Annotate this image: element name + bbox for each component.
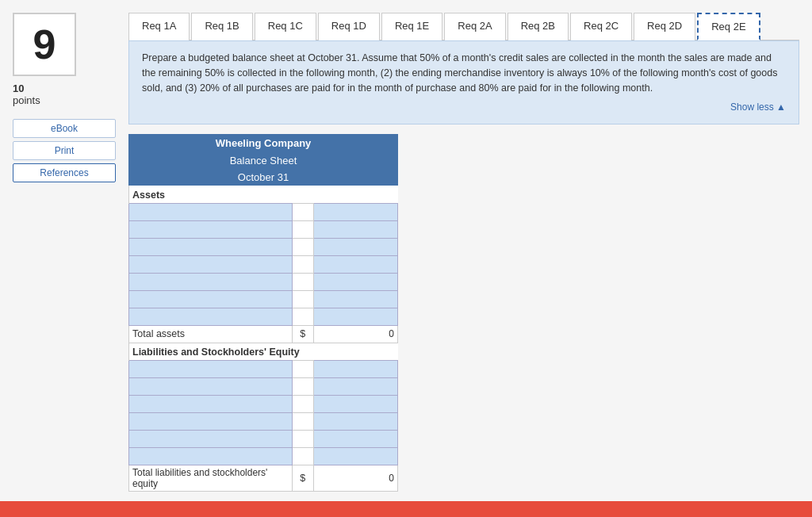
table-row [129,255,398,273]
table-row [129,412,398,430]
asset-name-input-1[interactable] [132,206,289,217]
tab-req1c[interactable]: Req 1C [255,13,316,40]
asset-symbol-1 [293,203,314,220]
company-name: Wheeling Company [128,134,398,152]
points-value: 10 [13,82,116,94]
tab-req1a[interactable]: Req 1A [128,13,190,40]
table-row [129,203,398,220]
sidebar: 9 10 points eBook Print References [13,13,116,517]
instructions-text: Prepare a budgeted balance sheet at Octo… [142,51,786,95]
total-assets-symbol: $ [293,325,314,343]
tab-req1d[interactable]: Req 1D [318,13,380,40]
show-less-button[interactable]: Show less ▲ [142,100,786,114]
bottom-bar [0,501,812,517]
table-row [129,447,398,465]
table-row [129,360,398,377]
sidebar-buttons: eBook Print References [13,119,116,182]
total-liabilities-value: 0 [313,465,397,491]
total-liabilities-symbol: $ [293,465,314,491]
asset-name-1[interactable] [129,203,293,220]
asset-name-2[interactable] [129,220,293,238]
sheet-date: October 31 [128,169,398,186]
table-row [129,290,398,308]
assets-header-row: Assets [129,186,398,203]
tabs-container: Req 1A Req 1B Req 1C Req 1D Req 1E Req 2… [128,13,799,40]
liabilities-header-row: Liabilities and Stockholders' Equity [129,343,398,360]
print-button[interactable]: Print [13,141,116,160]
asset-amount-input-1[interactable] [317,206,394,217]
table-row [129,238,398,255]
assets-label: Assets [129,186,398,203]
total-assets-row: Total assets $ 0 [129,325,398,343]
table-row [129,220,398,238]
total-liabilities-label: Total liabilities and stockholders' equi… [129,465,293,491]
balance-sheet-table: Assets [128,186,398,492]
references-button[interactable]: References [13,163,116,182]
balance-sheet: Wheeling Company Balance Sheet October 3… [128,134,398,517]
tab-req2b[interactable]: Req 2B [508,13,569,40]
tab-req2c[interactable]: Req 2C [570,13,632,40]
liabilities-label: Liabilities and Stockholders' Equity [129,343,398,360]
total-assets-label: Total assets [129,325,293,343]
instructions-box: Prepare a budgeted balance sheet at Octo… [128,40,799,124]
tab-req2a[interactable]: Req 2A [444,13,505,40]
total-liabilities-row: Total liabilities and stockholders' equi… [129,465,398,491]
tab-req2e[interactable]: Req 2E [697,13,760,40]
points-label: points [13,94,116,106]
main-content: Req 1A Req 1B Req 1C Req 1D Req 1E Req 2… [128,13,799,517]
points-display: 10 points [13,82,116,106]
tab-req1e[interactable]: Req 1E [381,13,442,40]
table-row [129,430,398,447]
sheet-title: Balance Sheet [128,152,398,169]
tab-req1b[interactable]: Req 1B [191,13,252,40]
table-row [129,395,398,412]
table-row [129,377,398,395]
tab-req2d[interactable]: Req 2D [634,13,695,40]
table-row [129,308,398,325]
asset-amount-1[interactable] [313,203,397,220]
question-number: 9 [13,13,76,76]
total-assets-value: 0 [313,325,397,343]
table-row [129,273,398,290]
ebook-button[interactable]: eBook [13,119,116,138]
